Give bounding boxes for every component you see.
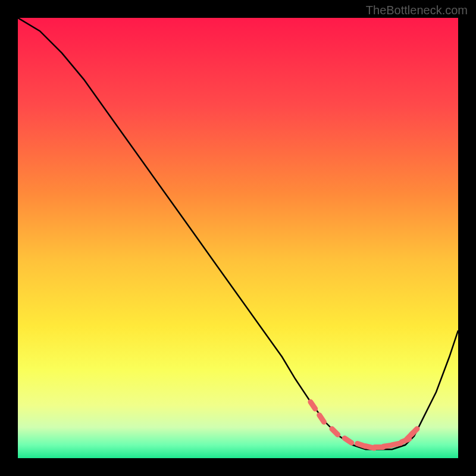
svg-line-4 <box>345 439 352 443</box>
svg-line-2 <box>320 415 324 422</box>
svg-line-1 <box>311 402 315 409</box>
svg-line-12 <box>411 429 417 435</box>
plot-area <box>18 18 458 458</box>
watermark-text: TheBottleneck.com <box>366 4 468 17</box>
svg-line-3 <box>332 429 338 435</box>
markers-layer <box>18 18 458 458</box>
marker-dots <box>311 402 417 448</box>
